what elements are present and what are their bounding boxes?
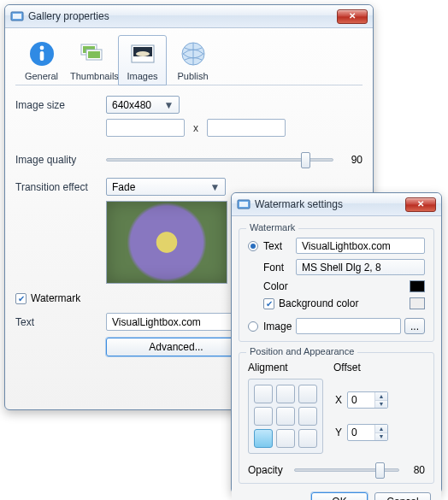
info-icon — [27, 39, 56, 68]
label-color: Color — [263, 280, 296, 292]
image-size-select[interactable]: 640x480 ▼ — [106, 96, 180, 114]
svg-rect-14 — [239, 202, 248, 207]
watermark-text-input[interactable]: VisualLightbox.com — [296, 238, 425, 254]
spin-down-icon[interactable]: ▼ — [375, 400, 387, 409]
advanced-button[interactable]: Advanced... — [106, 338, 246, 356]
quality-slider[interactable] — [106, 158, 333, 162]
alignment-grid — [248, 379, 323, 454]
tab-label: Images — [121, 71, 164, 81]
tab-label: Publish — [171, 71, 215, 81]
tab-label: General — [20, 71, 63, 81]
group-legend: Position and Appearance — [246, 346, 357, 356]
group-position: Position and Appearance Aligment Offset — [239, 352, 434, 484]
watermark-checkbox[interactable]: ✔ — [15, 293, 27, 304]
label-image-size: Image size — [15, 99, 106, 111]
transition-preview-image — [106, 201, 227, 284]
images-icon — [128, 39, 157, 68]
browse-button[interactable]: ... — [404, 318, 425, 334]
group-legend: Watermark — [246, 222, 298, 232]
titlebar[interactable]: Gallery properties ✕ — [5, 5, 373, 28]
row-dimensions: x — [15, 119, 363, 137]
bgcolor-swatch[interactable] — [410, 297, 425, 309]
opacity-slider[interactable] — [294, 468, 399, 472]
align-bottom-right[interactable] — [298, 429, 317, 448]
watermark-text-value: VisualLightbox.com — [112, 316, 201, 328]
font-button[interactable]: MS Shell Dlg 2, 8 — [296, 259, 425, 275]
slider-thumb[interactable] — [301, 152, 310, 168]
color-swatch[interactable] — [410, 280, 425, 292]
row-image-quality: Image quality 90 — [15, 154, 363, 166]
label-image: Image — [263, 321, 296, 332]
align-top-center[interactable] — [276, 385, 295, 403]
offset-y-value: 0 — [348, 425, 374, 440]
spin-up-icon[interactable]: ▲ — [375, 425, 387, 432]
browse-label: ... — [410, 321, 419, 332]
close-icon: ✕ — [417, 200, 424, 209]
ok-button[interactable]: OK — [311, 492, 368, 500]
chevron-down-icon: ▼ — [209, 181, 221, 193]
label-image-quality: Image quality — [15, 154, 106, 166]
image-size-value: 640x480 — [112, 99, 162, 111]
svg-rect-1 — [13, 14, 21, 19]
image-path-input[interactable] — [296, 318, 401, 334]
svg-point-3 — [39, 46, 44, 50]
align-middle-right[interactable] — [298, 407, 317, 426]
watermark-text-input[interactable]: VisualLightbox.com — [106, 313, 246, 331]
dimension-separator: x — [193, 122, 198, 134]
tab-general[interactable]: General — [17, 35, 66, 85]
close-button[interactable]: ✕ — [337, 9, 368, 24]
tab-images[interactable]: Images — [118, 35, 167, 85]
thumbnails-icon — [78, 39, 107, 68]
app-icon — [237, 197, 251, 211]
offset-x-spinner[interactable]: 0 ▲▼ — [347, 391, 388, 409]
advanced-button-label: Advanced... — [149, 341, 203, 353]
spin-down-icon[interactable]: ▼ — [375, 432, 387, 441]
label-transition: Transition effect — [15, 181, 106, 193]
label-y: Y — [335, 426, 347, 438]
align-bottom-left[interactable] — [254, 429, 273, 448]
dialog-title: Watermark settings — [255, 198, 405, 210]
width-input[interactable] — [106, 119, 185, 137]
align-middle-center[interactable] — [276, 407, 295, 426]
align-top-left[interactable] — [254, 385, 273, 403]
text-value: VisualLightbox.com — [302, 240, 391, 252]
opacity-value: 80 — [408, 464, 425, 476]
transition-value: Fade — [112, 181, 209, 193]
svg-rect-8 — [88, 51, 100, 58]
align-top-right[interactable] — [298, 385, 317, 403]
font-value: MS Shell Dlg 2, 8 — [302, 262, 381, 274]
align-bottom-center[interactable] — [276, 429, 295, 448]
dialog-buttons: OK Cancel — [239, 492, 434, 500]
tab-label: Thumbnails — [70, 71, 114, 81]
close-button[interactable]: ✕ — [405, 197, 436, 212]
group-watermark: Watermark Text VisualLightbox.com Font M… — [239, 228, 434, 342]
align-middle-left[interactable] — [254, 407, 273, 426]
tab-bar: General Thumbnails Images Publish — [15, 33, 363, 85]
titlebar[interactable]: Watermark settings ✕ — [232, 193, 441, 216]
label-x: X — [335, 394, 347, 406]
transition-select[interactable]: Fade ▼ — [106, 178, 226, 196]
ok-label: OK — [332, 496, 346, 500]
offset-y-spinner[interactable]: 0 ▲▼ — [347, 424, 388, 441]
chevron-down-icon: ▼ — [162, 99, 175, 111]
label-watermark: Watermark — [31, 292, 80, 304]
label-offset: Offset — [333, 362, 361, 374]
watermark-settings-dialog: Watermark settings ✕ Watermark Text Visu… — [231, 192, 442, 494]
spin-up-icon[interactable]: ▲ — [375, 392, 387, 400]
tab-thumbnails[interactable]: Thumbnails — [68, 35, 116, 85]
tab-publish[interactable]: Publish — [168, 35, 217, 85]
quality-value: 90 — [344, 154, 363, 166]
offset-x-value: 0 — [348, 392, 374, 408]
height-input[interactable] — [207, 119, 286, 137]
cancel-button[interactable]: Cancel — [374, 492, 431, 500]
label-alignment: Aligment — [248, 362, 333, 374]
bgcolor-checkbox[interactable]: ✔ — [263, 298, 274, 309]
label-text: Text — [15, 316, 106, 328]
dialog-body: Watermark Text VisualLightbox.com Font M… — [232, 216, 441, 500]
slider-thumb[interactable] — [375, 462, 385, 479]
app-icon — [10, 9, 24, 23]
publish-icon — [179, 39, 208, 68]
label-font: Font — [263, 262, 296, 274]
radio-text[interactable] — [248, 241, 258, 251]
radio-image[interactable] — [248, 321, 258, 332]
